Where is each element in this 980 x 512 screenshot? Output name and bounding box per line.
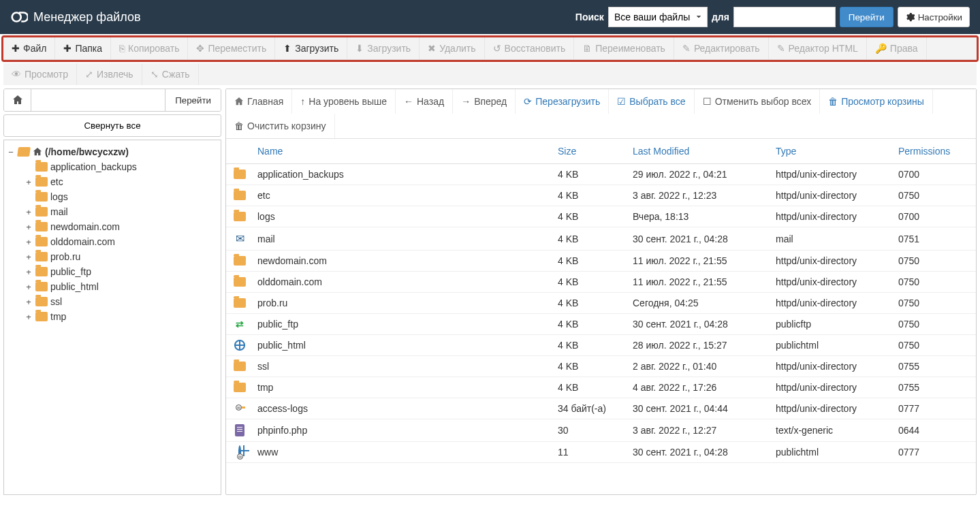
tree-item[interactable]: +ssl: [25, 294, 218, 309]
col-modified[interactable]: Last Modified: [629, 146, 772, 157]
nav-forward-button[interactable]: →Вперед: [453, 89, 516, 114]
new-file-button[interactable]: ✚Файл: [3, 37, 55, 59]
table-row[interactable]: public_html4 KB28 июл. 2022 г., 15:27pub…: [226, 335, 976, 356]
tree-item[interactable]: +mail: [25, 204, 218, 219]
cell-type: text/x-generic: [772, 425, 894, 436]
copy-button[interactable]: ⎘Копировать: [111, 37, 188, 59]
table-row[interactable]: ssl4 KB2 авг. 2022 г., 01:40httpd/unix-d…: [226, 356, 976, 377]
rename-button[interactable]: 🗎Переименовать: [574, 37, 674, 59]
tree-item[interactable]: +newdomain.com: [25, 219, 218, 234]
check-icon: ☑: [617, 96, 626, 107]
cell-name: public_html: [253, 340, 554, 351]
nav-deselect-all-button[interactable]: ☐Отменить выбор всех: [695, 89, 821, 114]
tree-item[interactable]: +public_ftp: [25, 264, 218, 279]
tree-root[interactable]: − (/home/bwcycxzw): [7, 144, 218, 159]
settings-label: Настройки: [918, 12, 962, 22]
nav-back-button[interactable]: ←Назад: [396, 89, 453, 114]
extract-icon: ⤢: [85, 69, 93, 80]
expand-toggle[interactable]: +: [25, 282, 33, 292]
nav-home-button[interactable]: Главная: [226, 89, 292, 114]
path-input[interactable]: [31, 89, 165, 111]
expand-toggle[interactable]: +: [25, 297, 33, 307]
expand-toggle[interactable]: +: [25, 222, 33, 232]
permissions-button[interactable]: 🔑Права: [867, 37, 927, 59]
tree-item-label: ssl: [50, 296, 62, 307]
table-row[interactable]: ⇄public_ftp4 KB30 сент. 2021 г., 04:28pu…: [226, 314, 976, 335]
compress-icon: ⤡: [151, 69, 159, 80]
folder-icon: [35, 237, 48, 246]
cell-type: publichtml: [772, 340, 894, 351]
collapse-toggle[interactable]: −: [7, 147, 15, 157]
view-button[interactable]: 👁Просмотр: [3, 63, 77, 85]
nav-reload-button[interactable]: ⟳Перезагрузить: [516, 89, 609, 114]
upload-button[interactable]: ⬆Загрузить: [275, 37, 347, 59]
delete-button[interactable]: ✖Удалить: [420, 37, 484, 59]
folder-icon: [234, 212, 246, 221]
table-row[interactable]: prob.ru4 KBСегодня, 04:25httpd/unix-dire…: [226, 293, 976, 314]
col-name[interactable]: Name: [253, 146, 554, 157]
search-go-button[interactable]: Перейти: [840, 7, 894, 27]
tree-item[interactable]: +tmp: [25, 309, 218, 324]
tree-item[interactable]: +olddomain.com: [25, 234, 218, 249]
download-button[interactable]: ⬇Загрузить: [347, 37, 420, 59]
expand-toggle[interactable]: +: [25, 312, 33, 322]
collapse-all-button[interactable]: Свернуть все: [3, 114, 221, 137]
col-size[interactable]: Size: [554, 146, 629, 157]
path-home-button[interactable]: [4, 89, 31, 111]
table-row[interactable]: ✉mail4 KB30 сент. 2021 г., 04:28mail0751: [226, 227, 976, 251]
restore-button[interactable]: ↺Восстановить: [485, 37, 575, 59]
nav-toolbar: Главная ↑На уровень выше ←Назад →Вперед …: [226, 89, 976, 139]
table-row[interactable]: application_backups4 KB29 июл. 2022 г., …: [226, 164, 976, 185]
cell-name: newdomain.com: [253, 255, 554, 266]
tree-item[interactable]: +etc: [25, 174, 218, 189]
table-row[interactable]: tmp4 KB4 авг. 2022 г., 17:26httpd/unix-d…: [226, 377, 976, 398]
tree-item[interactable]: logs: [25, 189, 218, 204]
expand-toggle[interactable]: +: [25, 177, 33, 187]
settings-button[interactable]: Настройки: [898, 7, 970, 27]
cell-permissions: 0755: [894, 361, 976, 372]
col-type[interactable]: Type: [772, 146, 894, 157]
cell-modified: 3 авг. 2022 г., 12:27: [629, 425, 772, 436]
table-row[interactable]: newdomain.com4 KB11 июл. 2022 г., 21:55h…: [226, 251, 976, 272]
new-folder-button[interactable]: ✚Папка: [55, 37, 111, 59]
ftp-icon: ⇄: [236, 319, 244, 330]
nav-view-trash-button[interactable]: 🗑Просмотр корзины: [820, 89, 933, 114]
search-scope-select[interactable]: Все ваши файлы: [608, 7, 708, 27]
table-row[interactable]: logs4 KBВчера, 18:13httpd/unix-directory…: [226, 206, 976, 227]
nav-empty-trash-button[interactable]: 🗑Очистить корзину: [226, 114, 335, 138]
tree-item-label: olddomain.com: [50, 236, 115, 247]
table-row[interactable]: ∞access-logs34 байт(-а)30 сент. 2021 г.,…: [226, 398, 976, 419]
cell-name: logs: [253, 211, 554, 222]
table-row[interactable]: etc4 KB3 авг. 2022 г., 12:23httpd/unix-d…: [226, 185, 976, 206]
edit-button[interactable]: ✎Редактировать: [674, 37, 769, 59]
cell-size: 4 KB: [554, 234, 629, 244]
html-editor-button[interactable]: ✎Редактор HTML: [769, 37, 867, 59]
extract-button[interactable]: ⤢Извлечь: [77, 63, 142, 85]
table-row[interactable]: ∞www1130 сент. 2021 г., 04:28publichtml0…: [226, 442, 976, 463]
tree-item[interactable]: +public_html: [25, 279, 218, 294]
nav-up-button[interactable]: ↑На уровень выше: [292, 89, 396, 114]
cell-size: 4 KB: [554, 319, 629, 330]
key-icon: 🔑: [875, 43, 887, 54]
folder-icon: [35, 222, 48, 231]
compress-button[interactable]: ⤡Сжать: [142, 63, 199, 85]
expand-toggle[interactable]: +: [25, 237, 33, 247]
table-row[interactable]: olddomain.com4 KB11 июл. 2022 г., 21:55h…: [226, 272, 976, 293]
table-row[interactable]: phpinfo.php303 авг. 2022 г., 12:27text/x…: [226, 419, 976, 442]
tree-item[interactable]: application_backups: [25, 159, 218, 174]
move-button[interactable]: ✥Переместить: [188, 37, 275, 59]
expand-toggle[interactable]: +: [25, 252, 33, 262]
forward-icon: →: [461, 96, 471, 107]
search-input[interactable]: [733, 7, 836, 27]
file-table: Name Size Last Modified Type Permissions…: [226, 139, 976, 494]
tree-item[interactable]: +prob.ru: [25, 249, 218, 264]
col-permissions[interactable]: Permissions: [894, 146, 976, 157]
folder-icon: [234, 362, 246, 371]
gear-icon: [905, 12, 915, 22]
tree-root-label: (/home/bwcycxzw): [45, 146, 129, 157]
cell-modified: 30 сент. 2021 г., 04:28: [629, 234, 772, 244]
expand-toggle[interactable]: +: [25, 207, 33, 217]
nav-select-all-button[interactable]: ☑Выбрать все: [609, 89, 694, 114]
expand-toggle[interactable]: +: [25, 267, 33, 277]
path-go-button[interactable]: Перейти: [165, 89, 221, 111]
